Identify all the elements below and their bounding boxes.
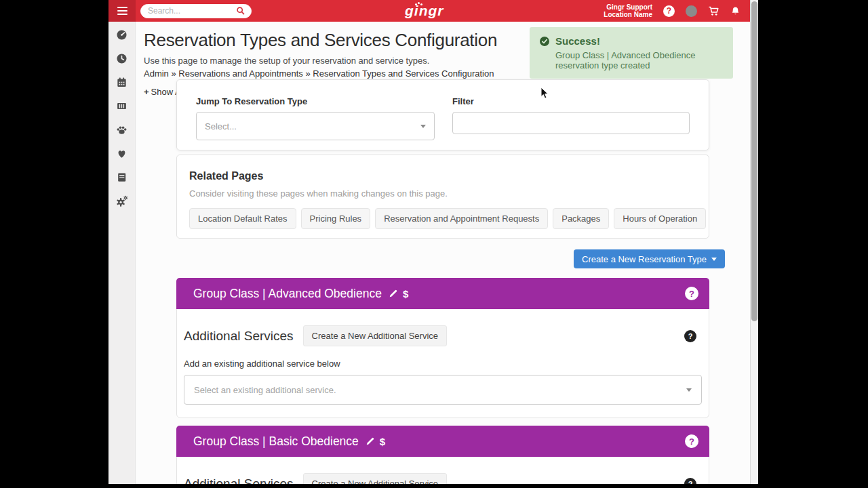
filter-label: Filter [452,96,690,106]
sidebar-item-pets[interactable] [114,124,130,136]
related-link-reservation-requests[interactable]: Reservation and Appointment Requests [375,208,548,229]
jump-filter-panel: Jump To Reservation Type Select... Filte… [176,79,709,150]
pricing-dollar-icon[interactable]: $ [403,288,408,300]
filter-column: Filter [452,96,690,134]
reservation-type-body: Additional Services Create a New Additio… [177,457,709,484]
toast-title-row: Success! [539,35,724,47]
create-additional-service-button[interactable]: Create a New Additional Service [303,473,447,484]
jump-to-reservation-type-label: Jump To Reservation Type [196,96,435,106]
help-icon[interactable]: ? [663,5,675,17]
dashboard-gauge-icon [116,29,127,41]
page-scrollbar[interactable] [750,0,758,484]
reservation-type-name: Group Class | Basic Obedience [193,434,359,449]
settings-gears-icon [116,195,128,207]
edit-pencil-icon[interactable] [366,436,375,446]
calendar-icon [116,77,127,88]
related-link-pricing-rules[interactable]: Pricing Rules [301,208,371,229]
reservation-type-body: Additional Services Create a New Additio… [177,309,709,405]
main-content: Reservation Types and Services Configura… [136,22,750,484]
related-link-packages[interactable]: Packages [553,208,609,229]
related-pages-title: Related Pages [189,170,696,182]
page-subtitle: Use this page to manage the setup of you… [144,56,497,66]
global-search [140,4,252,18]
toast-title: Success! [555,35,600,47]
jump-column: Jump To Reservation Type Select... [196,96,435,134]
browser-viewport: gingr Gingr Support Location Name ? [108,0,758,484]
notifications-bell-icon[interactable] [730,6,741,16]
page-title: Reservation Types and Services Configura… [144,30,497,51]
paw-icon [116,124,127,136]
existing-service-select[interactable]: Select an existing additional service. [184,375,702,405]
plus-icon: + [144,87,149,97]
check-circle-icon [539,36,550,47]
logo-paw-icon [418,2,420,4]
related-link-hours-of-operation[interactable]: Hours of Operation [614,208,706,229]
jump-to-reservation-type-select[interactable]: Select... [196,112,435,140]
add-existing-service-label: Add an existing additional service below [184,359,702,369]
sidebar-item-time-clock[interactable] [114,53,130,64]
sidebar-item-calendar[interactable] [114,77,130,88]
toast-message: Group Class | Advanced Obedience reserva… [555,50,717,70]
select-placeholder: Select an existing additional service. [194,385,336,395]
filter-input[interactable] [452,112,690,134]
sidebar-item-memberships[interactable] [114,148,130,159]
additional-services-title: Additional Services [184,329,294,344]
pricing-dollar-icon[interactable]: $ [380,436,385,447]
related-pages-card: Related Pages Consider visiting these pa… [176,155,709,239]
chevron-down-icon [420,125,426,128]
related-link-location-default-rates[interactable]: Location Default Rates [189,208,296,229]
select-placeholder: Select... [205,121,237,131]
success-toast: Success! Group Class | Advanced Obedienc… [530,27,733,79]
edit-pencil-icon[interactable] [389,289,398,298]
gingr-logo[interactable]: gingr [405,3,444,19]
help-icon[interactable]: ? [684,478,696,485]
related-pages-description: Consider visiting these pages when makin… [189,188,696,199]
create-additional-service-button[interactable]: Create a New Additional Service [303,325,447,346]
search-icon[interactable] [236,6,245,16]
additional-services-title: Additional Services [184,476,294,485]
breadcrumb[interactable]: Admin » Reservations and Appointments » … [144,68,497,79]
chevron-down-icon [686,388,692,392]
additional-services-row: Additional Services Create a New Additio… [184,473,702,484]
sidebar-item-reports[interactable] [114,171,130,183]
help-icon[interactable]: ? [684,330,696,342]
reservation-type-card-basic-obedience: Group Class | Basic Obedience $ ? Additi… [176,426,709,484]
clock-icon [116,53,127,64]
book-icon [116,171,127,183]
help-icon[interactable]: ? [685,287,698,300]
reservation-type-header: Group Class | Basic Obedience $ ? [176,426,709,457]
additional-services-row: Additional Services Create a New Additio… [184,325,702,346]
sidebar-toggle-button[interactable] [108,0,136,22]
reservation-type-card-advanced-obedience: Group Class | Advanced Obedience $ ? Add… [176,278,709,418]
scrollbar-thumb[interactable] [751,1,757,321]
top-navbar: gingr Gingr Support Location Name ? [108,0,750,22]
reservation-type-header: Group Class | Advanced Obedience $ ? [176,278,709,309]
avatar[interactable] [686,5,697,17]
sidebar-item-dashboard[interactable] [114,29,130,41]
create-reservation-type-button[interactable]: Create a New Reservation Type [574,249,725,268]
kennel-lodging-icon [116,100,127,112]
related-pages-links: Location Default Rates Pricing Rules Res… [189,208,696,229]
hamburger-icon [117,7,127,9]
heart-icon [116,148,127,159]
topbar-right-group: Gingr Support Location Name ? [604,3,750,18]
search-input[interactable] [146,5,236,16]
reservation-type-name: Group Class | Advanced Obedience [193,287,382,301]
account-location-label[interactable]: Gingr Support Location Name [604,3,652,18]
left-sidebar [108,22,136,484]
sidebar-item-lodging[interactable] [114,100,130,112]
cart-icon[interactable] [708,6,719,16]
help-icon[interactable]: ? [685,434,698,448]
sidebar-item-settings[interactable] [114,195,130,207]
chevron-down-icon [711,258,717,261]
